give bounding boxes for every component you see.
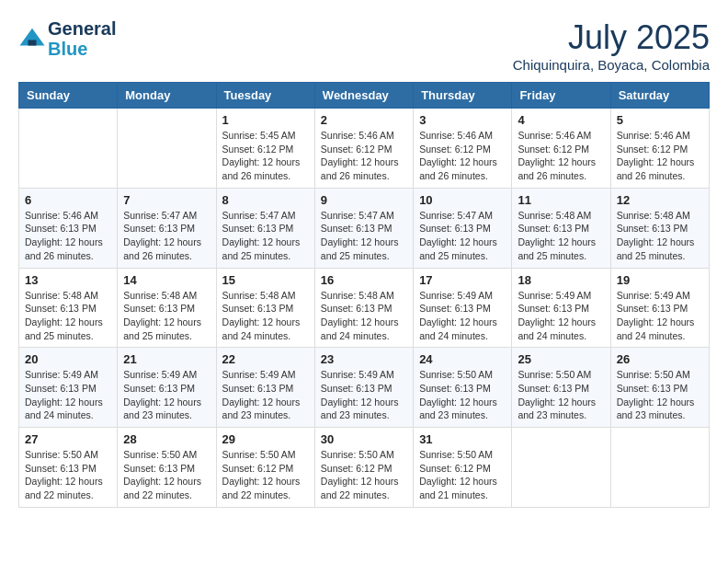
table-row: 15Sunrise: 5:48 AM Sunset: 6:13 PM Dayli… (216, 268, 314, 348)
day-info: Sunrise: 5:49 AM Sunset: 6:13 PM Dayligh… (518, 289, 604, 343)
day-info: Sunrise: 5:48 AM Sunset: 6:13 PM Dayligh… (25, 289, 111, 343)
day-info: Sunrise: 5:48 AM Sunset: 6:13 PM Dayligh… (222, 289, 309, 343)
day-info: Sunrise: 5:50 AM Sunset: 6:12 PM Dayligh… (419, 448, 506, 502)
day-number: 13 (25, 273, 111, 287)
table-row: 20Sunrise: 5:49 AM Sunset: 6:13 PM Dayli… (19, 348, 118, 428)
day-number: 8 (222, 193, 309, 207)
day-info: Sunrise: 5:50 AM Sunset: 6:13 PM Dayligh… (25, 448, 111, 502)
day-info: Sunrise: 5:46 AM Sunset: 6:12 PM Dayligh… (518, 129, 604, 183)
table-row: 25Sunrise: 5:50 AM Sunset: 6:13 PM Dayli… (512, 348, 610, 428)
day-info: Sunrise: 5:50 AM Sunset: 6:12 PM Dayligh… (321, 448, 407, 502)
location: Chiquinquira, Boyaca, Colombia (513, 57, 710, 73)
table-row: 26Sunrise: 5:50 AM Sunset: 6:13 PM Dayli… (610, 348, 709, 428)
table-row: 16Sunrise: 5:48 AM Sunset: 6:13 PM Dayli… (314, 268, 413, 348)
day-number: 25 (518, 352, 604, 366)
day-info: Sunrise: 5:47 AM Sunset: 6:13 PM Dayligh… (222, 209, 309, 263)
logo-text-line2: Blue (48, 39, 116, 59)
month-title: July 2025 (513, 18, 710, 57)
table-row: 28Sunrise: 5:50 AM Sunset: 6:13 PM Dayli… (118, 428, 216, 508)
logo-icon (18, 25, 46, 52)
table-row: 7Sunrise: 5:47 AM Sunset: 6:13 PM Daylig… (118, 188, 216, 268)
day-number: 14 (123, 273, 210, 287)
table-row: 18Sunrise: 5:49 AM Sunset: 6:13 PM Dayli… (512, 268, 610, 348)
day-info: Sunrise: 5:48 AM Sunset: 6:13 PM Dayligh… (123, 289, 210, 343)
logo-text-line1: General (48, 18, 116, 39)
table-row: 13Sunrise: 5:48 AM Sunset: 6:13 PM Dayli… (19, 268, 118, 348)
table-row: 9Sunrise: 5:47 AM Sunset: 6:13 PM Daylig… (314, 188, 413, 268)
table-row: 3Sunrise: 5:46 AM Sunset: 6:12 PM Daylig… (414, 109, 512, 189)
header-tuesday: Tuesday (216, 83, 314, 109)
table-row (118, 109, 216, 189)
table-row: 31Sunrise: 5:50 AM Sunset: 6:12 PM Dayli… (414, 428, 512, 508)
calendar: Sunday Monday Tuesday Wednesday Thursday… (18, 82, 710, 508)
weekday-header-row: Sunday Monday Tuesday Wednesday Thursday… (19, 83, 710, 109)
calendar-row: 1Sunrise: 5:45 AM Sunset: 6:12 PM Daylig… (19, 109, 710, 189)
table-row: 6Sunrise: 5:46 AM Sunset: 6:13 PM Daylig… (19, 188, 118, 268)
table-row: 21Sunrise: 5:49 AM Sunset: 6:13 PM Dayli… (118, 348, 216, 428)
day-number: 12 (617, 193, 703, 207)
day-info: Sunrise: 5:47 AM Sunset: 6:13 PM Dayligh… (419, 209, 506, 263)
day-info: Sunrise: 5:49 AM Sunset: 6:13 PM Dayligh… (419, 289, 506, 343)
table-row (512, 428, 610, 508)
day-info: Sunrise: 5:50 AM Sunset: 6:13 PM Dayligh… (419, 368, 506, 422)
day-number: 9 (321, 193, 407, 207)
day-info: Sunrise: 5:49 AM Sunset: 6:13 PM Dayligh… (123, 368, 210, 422)
table-row: 11Sunrise: 5:48 AM Sunset: 6:13 PM Dayli… (512, 188, 610, 268)
page-header: General Blue July 2025 Chiquinquira, Boy… (18, 18, 710, 73)
day-number: 10 (419, 193, 506, 207)
table-row (610, 428, 709, 508)
day-info: Sunrise: 5:46 AM Sunset: 6:12 PM Dayligh… (321, 129, 407, 183)
calendar-row: 13Sunrise: 5:48 AM Sunset: 6:13 PM Dayli… (19, 268, 710, 348)
day-info: Sunrise: 5:46 AM Sunset: 6:12 PM Dayligh… (617, 129, 703, 183)
day-info: Sunrise: 5:47 AM Sunset: 6:13 PM Dayligh… (123, 209, 210, 263)
calendar-row: 6Sunrise: 5:46 AM Sunset: 6:13 PM Daylig… (19, 188, 710, 268)
day-number: 23 (321, 352, 407, 366)
day-number: 15 (222, 273, 309, 287)
day-info: Sunrise: 5:46 AM Sunset: 6:13 PM Dayligh… (25, 209, 111, 263)
day-number: 5 (617, 113, 703, 127)
day-number: 29 (222, 432, 309, 446)
calendar-row: 27Sunrise: 5:50 AM Sunset: 6:13 PM Dayli… (19, 428, 710, 508)
day-info: Sunrise: 5:46 AM Sunset: 6:12 PM Dayligh… (419, 129, 506, 183)
calendar-header: Sunday Monday Tuesday Wednesday Thursday… (19, 83, 710, 109)
day-number: 11 (518, 193, 604, 207)
header-monday: Monday (118, 83, 216, 109)
day-number: 6 (25, 193, 111, 207)
table-row: 17Sunrise: 5:49 AM Sunset: 6:13 PM Dayli… (414, 268, 512, 348)
table-row: 24Sunrise: 5:50 AM Sunset: 6:13 PM Dayli… (414, 348, 512, 428)
table-row: 14Sunrise: 5:48 AM Sunset: 6:13 PM Dayli… (118, 268, 216, 348)
day-number: 19 (617, 273, 703, 287)
table-row: 4Sunrise: 5:46 AM Sunset: 6:12 PM Daylig… (512, 109, 610, 189)
day-number: 16 (321, 273, 407, 287)
day-info: Sunrise: 5:50 AM Sunset: 6:13 PM Dayligh… (518, 368, 604, 422)
day-number: 28 (123, 432, 210, 446)
day-info: Sunrise: 5:49 AM Sunset: 6:13 PM Dayligh… (617, 289, 703, 343)
day-number: 20 (25, 352, 111, 366)
table-row (19, 109, 118, 189)
day-info: Sunrise: 5:49 AM Sunset: 6:13 PM Dayligh… (222, 368, 309, 422)
calendar-row: 20Sunrise: 5:49 AM Sunset: 6:13 PM Dayli… (19, 348, 710, 428)
table-row: 10Sunrise: 5:47 AM Sunset: 6:13 PM Dayli… (414, 188, 512, 268)
table-row: 30Sunrise: 5:50 AM Sunset: 6:12 PM Dayli… (314, 428, 413, 508)
day-number: 1 (222, 113, 309, 127)
header-friday: Friday (512, 83, 610, 109)
table-row: 23Sunrise: 5:49 AM Sunset: 6:13 PM Dayli… (314, 348, 413, 428)
day-info: Sunrise: 5:49 AM Sunset: 6:13 PM Dayligh… (25, 368, 111, 422)
day-number: 18 (518, 273, 604, 287)
day-number: 24 (419, 352, 506, 366)
day-info: Sunrise: 5:48 AM Sunset: 6:13 PM Dayligh… (617, 209, 703, 263)
table-row: 1Sunrise: 5:45 AM Sunset: 6:12 PM Daylig… (216, 109, 314, 189)
day-number: 4 (518, 113, 604, 127)
day-info: Sunrise: 5:47 AM Sunset: 6:13 PM Dayligh… (321, 209, 407, 263)
day-number: 26 (617, 352, 703, 366)
day-info: Sunrise: 5:48 AM Sunset: 6:13 PM Dayligh… (518, 209, 604, 263)
header-saturday: Saturday (610, 83, 709, 109)
table-row: 12Sunrise: 5:48 AM Sunset: 6:13 PM Dayli… (610, 188, 709, 268)
svg-rect-1 (28, 40, 37, 46)
day-info: Sunrise: 5:50 AM Sunset: 6:13 PM Dayligh… (617, 368, 703, 422)
title-section: July 2025 Chiquinquira, Boyaca, Colombia (513, 18, 710, 73)
day-info: Sunrise: 5:50 AM Sunset: 6:13 PM Dayligh… (123, 448, 210, 502)
header-wednesday: Wednesday (314, 83, 413, 109)
table-row: 27Sunrise: 5:50 AM Sunset: 6:13 PM Dayli… (19, 428, 118, 508)
day-number: 3 (419, 113, 506, 127)
